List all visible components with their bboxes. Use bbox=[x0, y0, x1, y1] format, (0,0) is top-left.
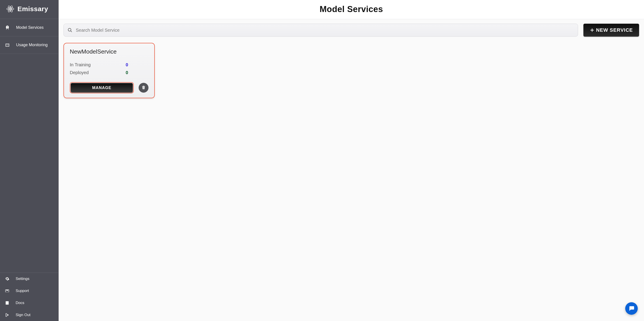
page-header: Model Services bbox=[58, 0, 644, 19]
plus-icon bbox=[590, 28, 594, 33]
svg-point-3 bbox=[10, 8, 11, 9]
chat-icon bbox=[628, 305, 634, 312]
heartbeat-icon bbox=[5, 43, 10, 47]
sidebar-item-label: Settings bbox=[16, 277, 29, 281]
svg-line-5 bbox=[71, 31, 72, 32]
brand-block: Emissary bbox=[0, 0, 58, 19]
trash-icon bbox=[141, 85, 146, 90]
stat-row-deployed: Deployed 0 bbox=[70, 70, 148, 75]
sidebar-item-usage-monitoring[interactable]: Usage Monitoring bbox=[0, 36, 58, 54]
brand-atom-icon bbox=[6, 5, 14, 13]
sidebar-item-support[interactable]: Support bbox=[0, 285, 58, 297]
new-service-label: NEW SERVICE bbox=[596, 27, 633, 33]
service-card-actions: MANAGE bbox=[70, 78, 148, 93]
search-icon bbox=[68, 28, 72, 33]
sidebar-item-label: Docs bbox=[16, 301, 24, 305]
rocket-icon bbox=[5, 25, 10, 30]
mail-icon bbox=[5, 289, 10, 293]
toolbar: NEW SERVICE bbox=[58, 19, 644, 37]
document-icon bbox=[5, 301, 10, 305]
sidebar-item-label: Model Services bbox=[16, 25, 44, 30]
stat-label-deployed: Deployed bbox=[70, 70, 126, 75]
brand-name: Emissary bbox=[18, 5, 48, 13]
stat-label-training: In Training bbox=[70, 62, 126, 67]
delete-service-button[interactable] bbox=[139, 83, 148, 93]
new-service-button[interactable]: NEW SERVICE bbox=[584, 24, 639, 37]
stat-value-training: 0 bbox=[126, 62, 128, 67]
sidebar: Emissary Model Services Usage Monitoring bbox=[0, 0, 58, 321]
stat-value-deployed: 0 bbox=[126, 70, 128, 75]
sign-out-icon bbox=[5, 313, 10, 317]
manage-button-highlight: MANAGE bbox=[70, 82, 134, 93]
search-input-wrap bbox=[64, 24, 578, 37]
page-title: Model Services bbox=[58, 4, 644, 14]
service-card: NewModelService In Training 0 Deployed 0… bbox=[64, 43, 155, 98]
nav-primary: Model Services Usage Monitoring bbox=[0, 19, 58, 54]
sidebar-item-label: Sign Out bbox=[16, 313, 30, 317]
manage-button[interactable]: MANAGE bbox=[71, 83, 133, 92]
sidebar-item-model-services[interactable]: Model Services bbox=[0, 19, 58, 36]
chat-launcher-button[interactable] bbox=[625, 302, 638, 315]
main-area: Model Services NEW SERVICE NewMod bbox=[58, 0, 644, 321]
nav-footer: Settings Support Docs S bbox=[0, 273, 58, 321]
search-input[interactable] bbox=[64, 24, 578, 37]
sidebar-item-settings[interactable]: Settings bbox=[0, 273, 58, 285]
sidebar-item-label: Support bbox=[16, 289, 29, 293]
svg-point-4 bbox=[68, 28, 71, 31]
services-grid: NewModelService In Training 0 Deployed 0… bbox=[58, 37, 644, 105]
sidebar-item-docs[interactable]: Docs bbox=[0, 297, 58, 309]
gear-icon bbox=[5, 277, 10, 281]
sidebar-item-sign-out[interactable]: Sign Out bbox=[0, 309, 58, 321]
stat-row-training: In Training 0 bbox=[70, 62, 148, 67]
service-card-title: NewModelService bbox=[70, 48, 148, 55]
sidebar-item-label: Usage Monitoring bbox=[16, 43, 48, 47]
